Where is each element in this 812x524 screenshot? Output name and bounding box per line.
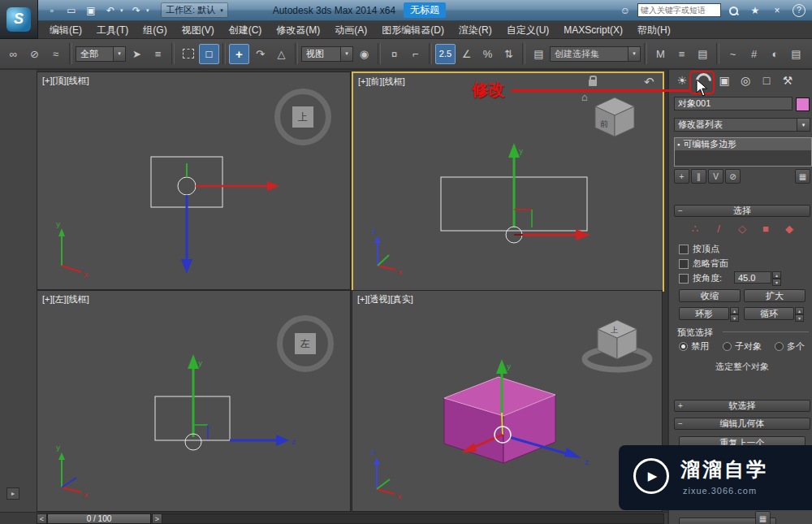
by-angle-checkbox[interactable]: 按角度: [679, 272, 722, 284]
material-editor-button[interactable]: ◐ [765, 44, 785, 64]
viewport-perspective-label[interactable]: [+][透视][真实] [357, 293, 413, 305]
named-selection-sets-dropdown[interactable]: 创建选择集 ▾ [550, 46, 641, 62]
select-by-name-button[interactable]: ≡ [148, 44, 168, 64]
redo-button[interactable]: ↷ [127, 2, 145, 19]
stack-item-editable-poly[interactable]: ▪ 可编辑多边形 [675, 138, 811, 150]
favorites-button[interactable]: ★ [746, 2, 764, 19]
rollout-selection[interactable]: − 选择 [674, 205, 810, 217]
application-menu-button[interactable]: S [0, 0, 38, 39]
grow-button[interactable]: 扩大 [744, 289, 806, 302]
angle-snap-toggle[interactable]: ∠ [456, 44, 477, 64]
show-end-result-button[interactable]: ∥ [691, 169, 706, 184]
undo-button[interactable]: ↶ [102, 2, 119, 19]
tab-display[interactable]: □ [757, 71, 776, 89]
search-button[interactable] [724, 2, 742, 19]
shrink-button[interactable]: 收缩 [679, 289, 741, 302]
object-color-swatch[interactable] [796, 97, 810, 111]
undo-flyout[interactable]: ▾ [120, 7, 127, 14]
preview-multiple-radio[interactable]: 多个 [775, 340, 805, 353]
edge-mode-button[interactable]: / [711, 221, 726, 236]
viewcube-face-label[interactable]: 左 [295, 333, 316, 354]
menu-create[interactable]: 创建(C) [222, 21, 270, 39]
schematic-view-button[interactable]: # [744, 44, 764, 64]
previous-frame-button[interactable]: < [37, 513, 47, 524]
remove-modifier-button[interactable]: ⊘ [725, 169, 741, 184]
make-unique-button[interactable]: V [708, 169, 723, 184]
ring-spinner[interactable]: ▴ ▾ [730, 307, 739, 320]
select-and-link-button[interactable]: ∞ [3, 44, 24, 64]
vertex-mode-button[interactable]: ∴ [688, 221, 702, 236]
rollout-soft-selection[interactable]: + 软选择 [674, 400, 810, 412]
viewport-top[interactable]: [+][顶][线框] y x 上 [37, 71, 351, 290]
spinner-snap-toggle[interactable]: ⇅ [499, 44, 519, 64]
viewport-top-label[interactable]: [+][顶][线框] [42, 75, 89, 87]
menu-customize[interactable]: 自定义(U) [499, 21, 557, 39]
select-and-rotate-button[interactable]: ↷ [250, 44, 270, 64]
select-and-manipulate-button[interactable]: ¤ [384, 44, 404, 64]
window-crossing-toggle[interactable]: □ [199, 44, 219, 64]
viewcube-home-icon[interactable]: ⌂ [581, 91, 588, 103]
help-button[interactable]: ? [790, 2, 808, 19]
layer-manager-button[interactable]: ▤ [693, 44, 713, 64]
menu-group[interactable]: 组(G) [136, 21, 174, 39]
render-setup-button[interactable]: ▤ [786, 44, 806, 64]
rollout-edit-geometry[interactable]: − 编辑几何体 [674, 418, 810, 430]
view-undo-icon[interactable]: ↶ [644, 75, 654, 89]
exchange-button[interactable]: × [768, 2, 786, 19]
viewport-left-label[interactable]: [+][左][线框] [42, 293, 89, 305]
angle-value-field[interactable]: 45.0 [734, 271, 771, 284]
loop-button[interactable]: 循环 [744, 307, 794, 320]
workspace-selector[interactable]: 工作区: 默认 ▾ [161, 2, 228, 18]
open-file-button[interactable]: ▭ [63, 2, 80, 19]
select-and-move-button[interactable]: + [229, 44, 249, 64]
search-input[interactable] [637, 3, 721, 17]
menu-help[interactable]: 帮助(H) [630, 21, 678, 39]
bind-to-space-warp-button[interactable]: ≈ [45, 44, 66, 64]
menu-views[interactable]: 视图(V) [175, 21, 222, 39]
modifier-list-dropdown[interactable]: 修改器列表 ▾ [674, 118, 810, 132]
by-vertex-checkbox[interactable]: 按顶点 [679, 243, 719, 255]
rectangular-selection-region-button[interactable] [178, 44, 198, 64]
sign-in-button[interactable]: ☺ [616, 2, 634, 19]
angle-spinner[interactable]: ▴ ▾ [772, 271, 781, 284]
loop-spinner[interactable]: ▴ ▾ [795, 307, 804, 320]
viewcube-left[interactable]: 左 [277, 315, 334, 372]
preview-subobject-radio[interactable]: 子对象 [723, 340, 762, 353]
new-file-button[interactable]: ▫ [43, 2, 61, 19]
menu-tools[interactable]: 工具(T) [89, 21, 136, 39]
viewcube-face-label[interactable]: 上 [292, 106, 313, 128]
percent-snap-toggle[interactable]: % [477, 44, 498, 64]
select-and-scale-button[interactable]: △ [271, 44, 292, 64]
unlink-selection-button[interactable]: ⊘ [24, 44, 45, 64]
pin-stack-button[interactable]: + [674, 169, 689, 184]
viewport-front-label[interactable]: [+][前][线框] [358, 76, 405, 88]
viewcube-top[interactable]: 上 [274, 89, 331, 145]
configure-modifier-sets-button[interactable]: ▦ [795, 169, 810, 184]
tab-motion[interactable]: ◎ [736, 71, 755, 89]
open-trackbar-button[interactable]: ▸ [6, 487, 19, 500]
selection-filter-dropdown[interactable]: 全部 ▾ [76, 46, 126, 62]
curve-editor-button[interactable]: ~ [723, 44, 743, 64]
select-object-button[interactable]: ➤ [127, 44, 147, 64]
polygon-mode-button[interactable]: ■ [758, 221, 773, 236]
viewport-perspective[interactable]: [+][透视][真实] y z z x 上 [352, 290, 663, 512]
time-slider[interactable]: 0 / 100 [47, 513, 151, 524]
keyboard-shortcut-override-button[interactable]: ⌐ [405, 44, 425, 64]
ring-button[interactable]: 环形 [679, 307, 729, 320]
menu-rendering[interactable]: 渲染(R) [451, 21, 499, 39]
panel-mini-button[interactable]: ▦ [755, 511, 771, 524]
next-frame-button[interactable]: > [152, 513, 162, 524]
preview-disabled-radio[interactable]: 禁用 [679, 340, 709, 353]
edit-named-selection-sets-button[interactable]: ▤ [529, 44, 549, 64]
border-mode-button[interactable]: ◇ [735, 221, 749, 236]
save-file-button[interactable]: ▣ [82, 2, 100, 19]
object-name-field[interactable]: 对象001 [674, 97, 793, 110]
menu-maxscript[interactable]: MAXScript(X) [556, 21, 630, 39]
use-pivot-center-button[interactable]: ◉ [354, 44, 374, 64]
viewport-front[interactable]: [+][前][线框] y z x 前 ⌂ ↶ [352, 71, 664, 292]
tab-utilities[interactable]: ⚒ [778, 71, 797, 89]
menu-modifiers[interactable]: 修改器(M) [269, 21, 327, 39]
menu-edit[interactable]: 编辑(E) [42, 21, 89, 39]
ignore-backfacing-checkbox[interactable]: 忽略背面 [679, 258, 728, 270]
redo-flyout[interactable]: ▾ [146, 7, 153, 14]
